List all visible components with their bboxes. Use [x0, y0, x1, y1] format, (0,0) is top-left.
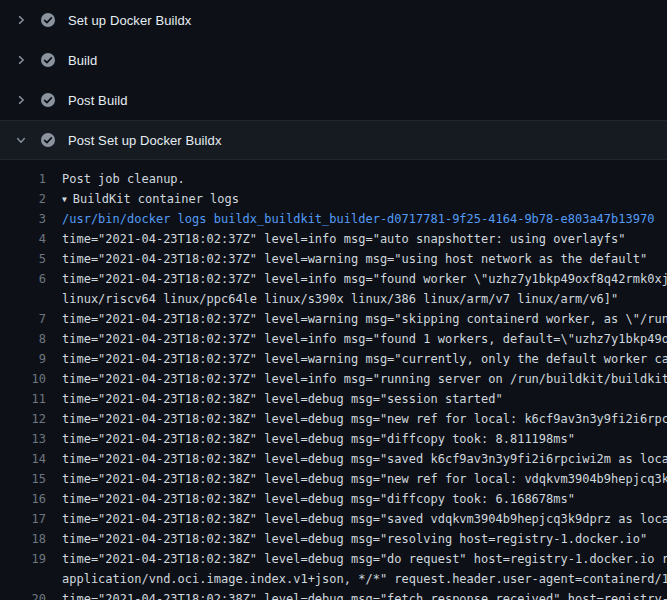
- log-line: 9 time="2021-04-23T18:02:37Z" level=warn…: [0, 349, 667, 369]
- step-row-3[interactable]: Post Set up Docker Buildx: [0, 120, 667, 160]
- log-line: 14 time="2021-04-23T18:02:38Z" level=deb…: [0, 449, 667, 469]
- log-line: 1 Post job cleanup.: [0, 169, 667, 189]
- step-row-0[interactable]: Set up Docker Buildx: [0, 0, 667, 40]
- check-circle-icon: [40, 12, 56, 28]
- line-number[interactable]: 20: [0, 589, 46, 600]
- log-text: time="2021-04-23T18:02:37Z" level=info m…: [46, 269, 667, 289]
- log-line: 6 time="2021-04-23T18:02:37Z" level=info…: [0, 269, 667, 289]
- log-line-continuation: application/vnd.oci.image.index.v1+json,…: [0, 569, 667, 589]
- log-text: time="2021-04-23T18:02:37Z" level=warnin…: [46, 349, 667, 369]
- line-number: [0, 569, 46, 589]
- log-line: 15 time="2021-04-23T18:02:38Z" level=deb…: [0, 469, 667, 489]
- log-line: 12 time="2021-04-23T18:02:38Z" level=deb…: [0, 409, 667, 429]
- log-line: 17 time="2021-04-23T18:02:38Z" level=deb…: [0, 509, 667, 529]
- line-number[interactable]: 2: [0, 189, 46, 209]
- log-text: time="2021-04-23T18:02:38Z" level=debug …: [46, 469, 667, 489]
- log-line: 16 time="2021-04-23T18:02:38Z" level=deb…: [0, 489, 667, 509]
- log-line: 3 /usr/bin/docker logs buildx_buildkit_b…: [0, 209, 667, 229]
- log-line: 10 time="2021-04-23T18:02:37Z" level=inf…: [0, 369, 667, 389]
- line-number[interactable]: 19: [0, 549, 46, 569]
- workflow-steps: Set up Docker Buildx Build P: [0, 0, 667, 160]
- step-label: Post Set up Docker Buildx: [68, 133, 222, 148]
- line-number[interactable]: 11: [0, 389, 46, 409]
- log-text: time="2021-04-23T18:02:38Z" level=debug …: [46, 429, 667, 449]
- log-text: /usr/bin/docker logs buildx_buildkit_bui…: [46, 209, 667, 229]
- line-number[interactable]: 18: [0, 529, 46, 549]
- log-line: 20 time="2021-04-23T18:02:38Z" level=deb…: [0, 589, 667, 600]
- log-text: time="2021-04-23T18:02:37Z" level=info m…: [46, 229, 667, 249]
- check-circle-icon: [40, 92, 56, 108]
- step-row-1[interactable]: Build: [0, 40, 667, 80]
- chevron-icon: [14, 93, 28, 107]
- group-toggle-icon[interactable]: ▼: [62, 195, 67, 204]
- log-line-continuation: linux/riscv64 linux/ppc64le linux/s390x …: [0, 289, 667, 309]
- log-line: 8 time="2021-04-23T18:02:37Z" level=info…: [0, 329, 667, 349]
- line-number[interactable]: 10: [0, 369, 46, 389]
- log-text: application/vnd.oci.image.index.v1+json,…: [46, 569, 667, 589]
- log-text: linux/riscv64 linux/ppc64le linux/s390x …: [46, 289, 667, 309]
- line-number[interactable]: 5: [0, 249, 46, 269]
- step-label: Build: [68, 53, 97, 68]
- log-text: time="2021-04-23T18:02:38Z" level=debug …: [46, 489, 667, 509]
- log-text: time="2021-04-23T18:02:37Z" level=info m…: [46, 369, 667, 389]
- line-number[interactable]: 13: [0, 429, 46, 449]
- line-number[interactable]: 1: [0, 169, 46, 189]
- log-text: Post job cleanup.: [46, 169, 667, 189]
- step-label: Set up Docker Buildx: [68, 13, 191, 28]
- log-text: time="2021-04-23T18:02:38Z" level=debug …: [46, 529, 667, 549]
- line-number[interactable]: 6: [0, 269, 46, 289]
- log-line: 7 time="2021-04-23T18:02:37Z" level=warn…: [0, 309, 667, 329]
- line-number[interactable]: 7: [0, 309, 46, 329]
- line-number[interactable]: 17: [0, 509, 46, 529]
- line-number[interactable]: 8: [0, 329, 46, 349]
- log-text: time="2021-04-23T18:02:38Z" level=debug …: [46, 389, 667, 409]
- line-number[interactable]: 15: [0, 469, 46, 489]
- chevron-icon: [14, 53, 28, 67]
- chevron-icon: [14, 13, 28, 27]
- log-line: 11 time="2021-04-23T18:02:38Z" level=deb…: [0, 389, 667, 409]
- log-text: time="2021-04-23T18:02:38Z" level=debug …: [46, 589, 667, 600]
- check-circle-icon: [40, 132, 56, 148]
- log-text: time="2021-04-23T18:02:37Z" level=warnin…: [46, 309, 667, 329]
- log-line: 18 time="2021-04-23T18:02:38Z" level=deb…: [0, 529, 667, 549]
- log-line: 13 time="2021-04-23T18:02:38Z" level=deb…: [0, 429, 667, 449]
- chevron-icon: [14, 133, 28, 147]
- log-line: 5 time="2021-04-23T18:02:37Z" level=warn…: [0, 249, 667, 269]
- log-text: time="2021-04-23T18:02:37Z" level=warnin…: [46, 249, 667, 269]
- line-number: [0, 289, 46, 309]
- log-text: time="2021-04-23T18:02:38Z" level=debug …: [46, 549, 667, 569]
- log-text: ▼BuildKit container logs: [46, 189, 667, 209]
- log-text: time="2021-04-23T18:02:38Z" level=debug …: [46, 509, 667, 529]
- log-view: 1 Post job cleanup. 2 ▼BuildKit containe…: [0, 160, 667, 600]
- line-number[interactable]: 14: [0, 449, 46, 469]
- line-number[interactable]: 12: [0, 409, 46, 429]
- log-text: time="2021-04-23T18:02:37Z" level=info m…: [46, 329, 667, 349]
- log-line: 2 ▼BuildKit container logs: [0, 189, 667, 209]
- step-row-2[interactable]: Post Build: [0, 80, 667, 120]
- log-line: 4 time="2021-04-23T18:02:37Z" level=info…: [0, 229, 667, 249]
- step-label: Post Build: [68, 93, 128, 108]
- line-number[interactable]: 4: [0, 229, 46, 249]
- line-number[interactable]: 3: [0, 209, 46, 229]
- check-circle-icon: [40, 52, 56, 68]
- log-text: time="2021-04-23T18:02:38Z" level=debug …: [46, 409, 667, 429]
- log-text: time="2021-04-23T18:02:38Z" level=debug …: [46, 449, 667, 469]
- log-line: 19 time="2021-04-23T18:02:38Z" level=deb…: [0, 549, 667, 569]
- line-number[interactable]: 16: [0, 489, 46, 509]
- line-number[interactable]: 9: [0, 349, 46, 369]
